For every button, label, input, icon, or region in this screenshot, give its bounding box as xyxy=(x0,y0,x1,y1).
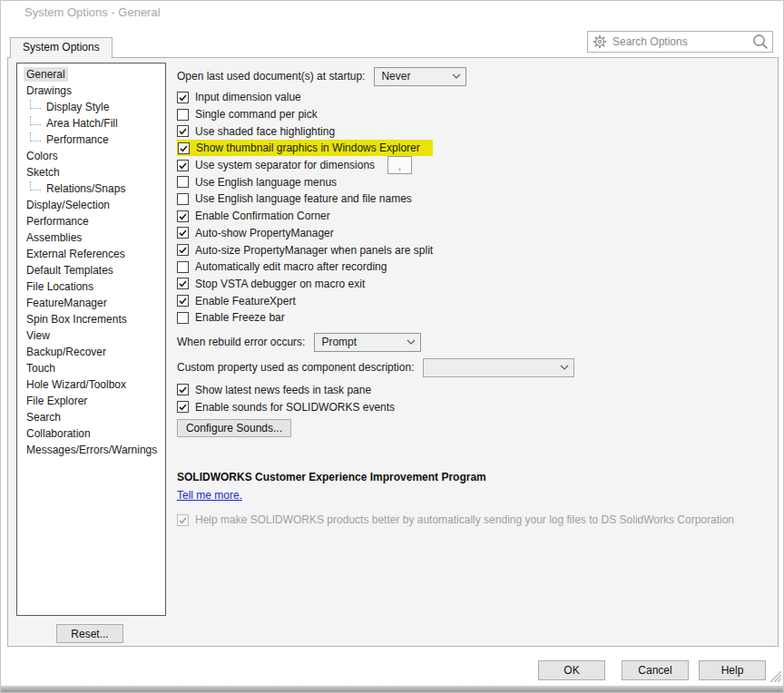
sidebar-item-assemblies[interactable]: Assemblies xyxy=(17,229,165,246)
checkbox[interactable] xyxy=(177,160,189,171)
sidebar-item-featuremanager[interactable]: FeatureManager xyxy=(17,295,165,311)
help-button[interactable]: Help xyxy=(699,660,766,680)
checkbox[interactable] xyxy=(177,92,189,103)
sidebar-item-label: Collaboration xyxy=(24,426,93,441)
tree-connector-icon xyxy=(30,181,41,190)
checkbox-label: Enable FeatureXpert xyxy=(195,295,296,307)
checkbox-row-automatically-edit-macro-after-recording: Automatically edit macro after recording xyxy=(177,259,772,276)
checkbox[interactable] xyxy=(177,210,189,222)
general-options-panel: Open last used document(s) at startup: N… xyxy=(177,65,772,529)
checkbox[interactable] xyxy=(177,244,189,256)
configure-sounds-button[interactable]: Configure Sounds... xyxy=(177,419,291,437)
checkbox[interactable] xyxy=(177,109,189,121)
tell-me-more-link[interactable]: Tell me more. xyxy=(177,489,242,502)
sidebar-item-label: Performance xyxy=(44,132,112,147)
checkbox-label: Stop VSTA debugger on macro exit xyxy=(195,278,365,290)
sidebar-item-label: Performance xyxy=(24,214,92,229)
sidebar-item-label: Drawings xyxy=(24,83,74,98)
rebuild-error-label: When rebuild error occurs: xyxy=(177,336,305,348)
checkbox-row-auto-size-propertymanager-when-panels-ar: Auto-size PropertyManager when panels ar… xyxy=(177,241,772,259)
check-icon xyxy=(178,296,188,306)
checkbox-row-input-dimension-value: Input dimension value xyxy=(177,89,772,106)
tree-connector-icon xyxy=(30,100,41,109)
custom-property-combo[interactable] xyxy=(423,358,574,377)
checkbox[interactable] xyxy=(177,227,189,239)
system-options-dialog: System Options - General Search Options xyxy=(0,0,784,693)
startup-combo[interactable]: Never xyxy=(374,67,466,86)
sidebar-item-backup-recover[interactable]: Backup/Recover xyxy=(17,344,165,360)
checkbox-label: Enable sounds for SOLIDWORKS events xyxy=(195,401,395,414)
checkbox[interactable] xyxy=(178,142,190,154)
sidebar-item-label: Area Hatch/Fill xyxy=(44,116,121,131)
checkbox-row-single-command-per-pick: Single command per pick xyxy=(177,106,772,123)
search-input[interactable]: Search Options xyxy=(587,31,773,53)
resize-grip[interactable] xyxy=(768,669,781,685)
window-bottom-shadow xyxy=(1,686,783,692)
sidebar-item-collaboration[interactable]: Collaboration xyxy=(17,425,165,442)
sidebar-item-label: Search xyxy=(24,410,64,425)
sidebar-item-file-locations[interactable]: File Locations xyxy=(17,278,165,295)
sidebar-item-hole-wizard-toolbox[interactable]: Hole Wizard/Toolbox xyxy=(17,376,165,393)
checkbox[interactable] xyxy=(177,278,189,289)
checkbox-label: Use English language feature and file na… xyxy=(195,192,412,205)
tab-system-options[interactable]: System Options xyxy=(10,37,113,58)
sidebar-item-display-selection[interactable]: Display/Selection xyxy=(17,197,165,213)
sidebar-item-label: Colors xyxy=(24,149,61,163)
sidebar-item-drawings[interactable]: Drawings xyxy=(17,83,165,99)
sidebar-item-label: Relations/Snaps xyxy=(44,181,128,196)
sidebar-item-label: Hole Wizard/Toolbox xyxy=(24,377,129,392)
chevron-down-icon xyxy=(560,365,569,370)
sidebar-item-default-templates[interactable]: Default Templates xyxy=(17,262,165,278)
sidebar-item-label: Backup/Recover xyxy=(24,345,109,359)
sidebar-item-display-style[interactable]: Display Style xyxy=(17,99,165,115)
checkbox[interactable] xyxy=(177,312,189,324)
checkbox[interactable] xyxy=(177,261,189,273)
ok-button[interactable]: OK xyxy=(538,660,605,680)
checkbox[interactable] xyxy=(177,176,189,188)
search-icon[interactable] xyxy=(751,33,769,51)
checkbox[interactable] xyxy=(177,384,189,395)
sidebar-item-spin-box-increments[interactable]: Spin Box Increments xyxy=(17,311,165,327)
sidebar-item-label: Touch xyxy=(24,361,58,376)
check-icon xyxy=(178,402,188,412)
sidebar-item-search[interactable]: Search xyxy=(17,409,165,425)
sidebar-item-general[interactable]: General xyxy=(17,66,165,83)
sidebar-item-label: Spin Box Increments xyxy=(24,312,130,327)
sidebar-item-performance[interactable]: Performance xyxy=(17,213,165,229)
ceip-heading: SOLIDWORKS Customer Experience Improveme… xyxy=(177,471,772,483)
sidebar-item-view[interactable]: View xyxy=(17,327,165,344)
options-tree: GeneralDrawingsDisplay StyleArea Hatch/F… xyxy=(16,63,166,616)
sidebar-item-colors[interactable]: Colors xyxy=(17,148,165,164)
sidebar-item-label: File Locations xyxy=(24,279,96,294)
dimension-separator-field[interactable]: , xyxy=(387,156,412,174)
sidebar-item-performance[interactable]: Performance xyxy=(17,132,165,148)
rebuild-error-combo[interactable]: Prompt xyxy=(314,333,421,352)
sidebar-item-file-explorer[interactable]: File Explorer xyxy=(17,393,165,409)
checkbox[interactable] xyxy=(177,401,189,413)
sidebar-item-sketch[interactable]: Sketch xyxy=(17,164,165,181)
sidebar-item-external-references[interactable]: External References xyxy=(17,246,165,262)
sidebar-item-label: Display Style xyxy=(44,100,112,114)
reset-button[interactable]: Reset... xyxy=(56,624,123,643)
checkbox-row-enable-featurexpert: Enable FeatureXpert xyxy=(177,292,772,309)
checkbox-label: Use system separator for dimensions xyxy=(195,159,375,171)
checkbox-row-enable-freeze-bar: Enable Freeze bar xyxy=(177,309,772,327)
sidebar-item-touch[interactable]: Touch xyxy=(17,360,165,376)
sidebar-item-label: General xyxy=(24,67,68,82)
checkbox[interactable] xyxy=(177,193,189,205)
ceip-checkbox-list: Help make SOLIDWORKS products better by … xyxy=(177,512,772,529)
check-icon xyxy=(178,161,188,171)
checkbox[interactable] xyxy=(177,295,189,307)
check-icon xyxy=(178,211,188,221)
checkbox-row-auto-show-propertymanager: Auto-show PropertyManager xyxy=(177,225,772,242)
sidebar-item-label: Messages/Errors/Warnings xyxy=(24,443,160,457)
sidebar-item-label: Default Templates xyxy=(24,263,116,278)
checkbox[interactable] xyxy=(177,125,189,137)
check-icon xyxy=(179,143,189,153)
sidebar-item-messages-errors-warnings[interactable]: Messages/Errors/Warnings xyxy=(17,442,165,458)
sidebar-item-relations-snaps[interactable]: Relations/Snaps xyxy=(17,181,165,197)
sidebar-item-area-hatch-fill[interactable]: Area Hatch/Fill xyxy=(17,115,165,132)
sidebar-item-label: View xyxy=(24,328,53,343)
cancel-button[interactable]: Cancel xyxy=(622,660,689,680)
checkbox-list-bottom: Show latest news feeds in task paneEnabl… xyxy=(177,382,772,415)
